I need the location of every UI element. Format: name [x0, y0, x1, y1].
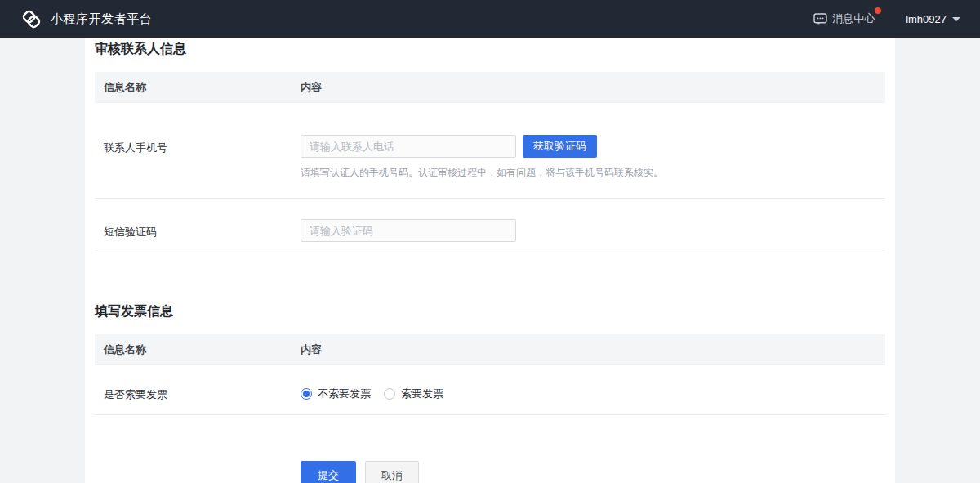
form-card: 审核联系人信息 信息名称 内容 联系人手机号 获取验证码 请填写认证人的手机号码… [85, 38, 895, 483]
column-header-content: 内容 [301, 80, 885, 95]
user-account-menu[interactable]: lmh0927 [906, 13, 960, 25]
table-row-contact-phone: 联系人手机号 获取验证码 请填写认证人的手机号码。认证审核过程中，如有问题，将与… [95, 103, 885, 199]
radio-no-invoice[interactable]: 不索要发票 [301, 387, 371, 401]
message-center-link[interactable]: 消息中心 [813, 11, 875, 26]
contact-phone-input[interactable] [301, 135, 516, 158]
mini-program-logo-icon [20, 8, 42, 30]
radio-request-invoice-label: 索要发票 [401, 387, 443, 401]
app-title: 小程序开发者平台 [51, 11, 152, 27]
radio-request-invoice[interactable]: 索要发票 [384, 387, 443, 401]
table-row-invoice-choice: 是否索要发票 不索要发票 索要发票 [95, 365, 885, 415]
page-background: 审核联系人信息 信息名称 内容 联系人手机号 获取验证码 请填写认证人的手机号码… [0, 38, 980, 483]
sms-code-input[interactable] [301, 219, 516, 242]
column-header-content: 内容 [301, 342, 885, 357]
column-header-name: 信息名称 [95, 80, 301, 95]
section-title-invoice: 填写发票信息 [95, 304, 885, 318]
contact-phone-label: 联系人手机号 [95, 103, 301, 198]
table-header-invoice: 信息名称 内容 [95, 334, 885, 365]
radio-unselected-icon[interactable] [384, 388, 395, 400]
cancel-button[interactable]: 取消 [365, 461, 419, 483]
radio-no-invoice-label: 不索要发票 [318, 387, 371, 401]
chevron-down-icon [952, 17, 960, 21]
message-bubble-icon [813, 13, 827, 25]
column-header-name: 信息名称 [95, 342, 301, 357]
message-center-label: 消息中心 [832, 11, 875, 26]
invoice-choice-label: 是否索要发票 [95, 365, 301, 414]
header-actions: 消息中心 lmh0927 [813, 11, 960, 26]
notification-dot-badge [875, 7, 881, 14]
sms-code-label: 短信验证码 [95, 199, 301, 253]
submit-button[interactable]: 提交 [301, 461, 356, 483]
table-row-sms-code: 短信验证码 [95, 199, 885, 253]
top-navbar: 小程序开发者平台 消息中心 lmh0927 [0, 0, 980, 38]
radio-selected-icon[interactable] [301, 388, 312, 400]
brand: 小程序开发者平台 [20, 8, 152, 30]
get-verification-code-button[interactable]: 获取验证码 [523, 135, 597, 158]
contact-phone-helper-text: 请填写认证人的手机号码。认证审核过程中，如有问题，将与该手机号码联系核实。 [301, 168, 885, 178]
username: lmh0927 [906, 13, 947, 25]
form-actions: 提交 取消 [95, 461, 885, 483]
table-header-contact: 信息名称 内容 [95, 72, 885, 103]
section-title-contact: 审核联系人信息 [95, 42, 885, 56]
